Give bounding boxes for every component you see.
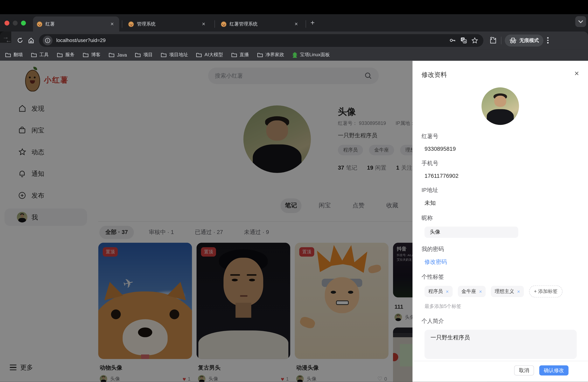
zoom-window-button[interactable] (21, 21, 26, 25)
sidebar-item-market[interactable]: 闲宝 (4, 122, 87, 139)
home-button[interactable] (25, 35, 37, 46)
reload-button[interactable] (14, 35, 25, 46)
sidebar-item-notifications[interactable]: 通知 (4, 165, 87, 182)
bookmark-folder[interactable]: 工具 (31, 52, 49, 58)
brand-logo[interactable]: 小红薯 (23, 66, 68, 94)
close-window-button[interactable] (4, 21, 9, 25)
note-card[interactable]: 置顶 复古男头 头像 ♥ 1 (197, 243, 290, 382)
author-avatar[interactable] (395, 314, 402, 321)
note-title[interactable]: 动漫头像 (295, 364, 388, 371)
bookmark-label: 服务 (65, 52, 75, 58)
tab-2[interactable]: 管理系统 × (125, 17, 211, 32)
tag-text: 金牛座 (462, 288, 476, 295)
change-password-link[interactable]: 修改密码 (424, 258, 447, 266)
author-name[interactable]: 头像 (110, 375, 183, 382)
tab-notes[interactable]: 笔记 (281, 198, 302, 213)
sidebar-item-moments[interactable]: 动态 (4, 143, 87, 161)
site-info-icon[interactable] (43, 35, 53, 45)
cancel-button[interactable]: 取消 (514, 365, 534, 375)
bookmark-folder[interactable]: AI大模型 (196, 52, 223, 58)
home-icon (18, 104, 26, 112)
field-label-bio: 个人简介 (421, 318, 579, 325)
tab-close-icon[interactable]: × (293, 21, 300, 27)
bookmark-star-icon[interactable] (470, 35, 480, 45)
bookmark-folder[interactable]: 净界家政 (257, 52, 284, 58)
author-avatar[interactable] (296, 375, 304, 382)
back-button[interactable]: ← (3, 35, 14, 46)
extensions-puzzle-icon[interactable] (488, 35, 498, 45)
sidebar-item-me[interactable]: 我 (4, 209, 87, 226)
bookmark-baota[interactable]: 宝塔Linux面板 (293, 52, 330, 58)
user-avatar (18, 213, 26, 221)
browser-menu-button[interactable] (547, 37, 548, 43)
tab-likes[interactable]: 点赞 (348, 198, 369, 213)
note-image-dog[interactable]: ✈ 置顶 (98, 243, 192, 359)
tab-market[interactable]: 闲宝 (314, 198, 335, 213)
translate-icon[interactable]: GA (459, 35, 468, 45)
bookmark-folder[interactable]: 翻墙 (5, 52, 23, 58)
author-avatar[interactable] (198, 375, 206, 382)
nickname-input[interactable]: 头像 (424, 227, 518, 238)
search-input[interactable]: 搜索小红薯 (208, 67, 378, 84)
bookmark-folder[interactable]: 项目 (135, 52, 153, 58)
tag-chip[interactable]: 程序员× (424, 286, 452, 297)
sidebar-item-publish[interactable]: 发布 (4, 187, 87, 204)
tab-close-icon[interactable]: × (109, 21, 116, 27)
bookmark-label: 净界家政 (265, 52, 284, 58)
note-image-anime[interactable]: 置顶 (295, 243, 388, 359)
url-text[interactable]: localhost/user?uid=29 (56, 38, 446, 43)
bookmark-folder[interactable]: 直播 (231, 52, 249, 58)
add-tag-button[interactable]: + 添加标签 (529, 286, 563, 297)
tab-1[interactable]: 红薯 × (33, 17, 119, 32)
pinned-badge: 置顶 (299, 247, 314, 256)
minimize-window-button[interactable] (13, 21, 18, 25)
tab-search-button[interactable] (575, 16, 586, 27)
sidebar-item-label: 发现 (32, 104, 44, 113)
filter-all[interactable]: 全部 · 37 (99, 226, 134, 239)
sidebar-item-discover[interactable]: 发现 (4, 100, 87, 117)
address-bar[interactable]: localhost/user?uid=29 GA (39, 34, 483, 47)
bookmark-folder[interactable]: 服务 (57, 52, 75, 58)
note-image-retro-man[interactable]: 置顶 (197, 243, 290, 359)
close-icon[interactable]: × (574, 69, 579, 78)
filter-reviewing[interactable]: 审核中 · 1 (143, 226, 180, 239)
tab-favorites[interactable]: 收藏 (382, 198, 403, 213)
author-name[interactable]: 头像 (209, 375, 281, 382)
note-footer: 头像 ♥ 1 (197, 375, 290, 382)
new-tab-button[interactable]: + (311, 20, 315, 26)
password-key-icon[interactable] (447, 35, 457, 45)
note-title[interactable]: 复古男头 (197, 364, 290, 371)
confirm-button[interactable]: 确认修改 (539, 365, 568, 375)
note-title[interactable]: 动物头像 (98, 364, 192, 371)
filter-rejected[interactable]: 未通过 · 9 (238, 226, 275, 239)
tab-title: 管理系统 (137, 21, 200, 27)
bookmark-folder[interactable]: Java (109, 52, 127, 58)
sidebar-item-label: 动态 (32, 148, 44, 156)
note-card[interactable]: ✈ 置顶 动物头像 头像 ♥ 1 (98, 243, 192, 382)
profile-avatar[interactable] (243, 106, 311, 173)
author-avatar[interactable] (100, 375, 107, 382)
bookmark-folder[interactable]: 博客 (83, 52, 101, 58)
modal-avatar[interactable] (482, 87, 519, 125)
tag-chip[interactable]: 理想主义× (491, 286, 524, 297)
remove-tag-icon[interactable]: × (479, 289, 482, 294)
sidebar-more-button[interactable]: 更多 (10, 363, 33, 372)
search-icon[interactable] (365, 72, 372, 80)
incognito-badge[interactable]: 无痕模式 (505, 34, 544, 46)
author-name[interactable]: 头像 (307, 375, 378, 382)
tab-3[interactable]: 红薯管理系统 × (217, 17, 304, 32)
filter-approved[interactable]: 已通过 · 27 (189, 226, 229, 239)
incognito-label: 无痕模式 (519, 37, 539, 44)
bookmark-folder[interactable]: 项目地址 (161, 52, 188, 58)
note-footer: 头像 ♥ 1 (98, 375, 192, 382)
remove-tag-icon[interactable]: × (517, 289, 520, 294)
heart-icon[interactable]: ♥ (183, 376, 186, 382)
remove-tag-icon[interactable]: × (446, 289, 449, 294)
heart-outline-icon[interactable]: ♡ (378, 375, 382, 382)
tag-chip[interactable]: 金牛座× (458, 286, 486, 297)
tab-close-icon[interactable]: × (200, 21, 207, 27)
modal-footer: 取消 确认修改 (412, 361, 588, 382)
note-card[interactable]: 置顶 动漫头像 头像 ♡ 0 (295, 243, 388, 382)
heart-icon[interactable]: ♥ (281, 376, 284, 382)
bio-textarea[interactable]: 一只野生程序员 (424, 330, 577, 359)
